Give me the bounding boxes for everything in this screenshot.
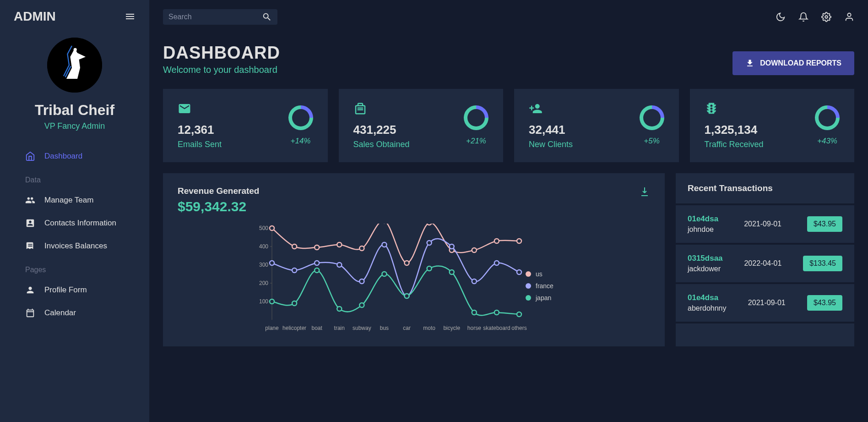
svg-text:car: car (403, 325, 411, 331)
transaction-row: 01e4dsa aberdohnny 2021-09-01 $43.95 (676, 284, 854, 323)
svg-point-54 (315, 268, 319, 273)
profile-name: Tribal Cheif (9, 102, 140, 119)
search-input[interactable] (168, 13, 262, 21)
svg-point-57 (382, 272, 386, 276)
sidebar-item-invoices[interactable]: Invoices Balances (0, 235, 149, 258)
stat-card: 431,225 Sales Obtained +21% (339, 89, 504, 162)
stat-card: 12,361 Emails Sent +14% (163, 89, 328, 162)
svg-point-61 (472, 310, 477, 315)
svg-point-44 (359, 279, 364, 284)
svg-point-47 (427, 241, 432, 245)
sidebar-item-manage-team[interactable]: Manage Team (0, 189, 149, 212)
svg-point-40 (270, 261, 274, 265)
transaction-date: 2021-09-01 (748, 299, 786, 307)
sidebar-item-calendar[interactable]: Calendar (0, 301, 149, 324)
contacts-icon (25, 218, 35, 228)
main-content: DASHBOARD Welcome to your dashboard DOWN… (149, 0, 868, 422)
transaction-cost: $43.95 (807, 216, 842, 232)
svg-text:france: france (536, 282, 553, 290)
calendar-icon (25, 308, 35, 318)
svg-rect-3 (357, 108, 363, 109)
transaction-cost: $133.45 (803, 256, 842, 271)
sidebar-item-label: Dashboard (44, 152, 82, 161)
svg-point-59 (427, 266, 432, 271)
stat-row: 12,361 Emails Sent +14% 431,225 Sales Ob… (163, 89, 854, 162)
svg-text:500: 500 (259, 225, 268, 231)
transaction-date: 2021-09-01 (744, 220, 781, 228)
theme-toggle-button[interactable] (776, 12, 786, 22)
svg-point-29 (292, 244, 297, 249)
stat-change: +21% (466, 137, 486, 146)
brand-label: ADMIN (14, 9, 56, 24)
sidebar-item-dashboard[interactable]: Dashboard (0, 145, 149, 168)
profile-role: VP Fancy Admin (9, 121, 140, 131)
page-header: DASHBOARD Welcome to your dashboard DOWN… (163, 43, 854, 75)
sidebar-item-profile-form[interactable]: Profile Form (0, 279, 149, 301)
stat-value: 431,225 (353, 123, 410, 137)
stat-card: 1,325,134 Traffic Received +43% (690, 89, 855, 162)
chart-amount: $59,342.32 (178, 199, 259, 214)
svg-point-50 (494, 261, 499, 265)
gear-icon (821, 12, 831, 22)
menu-toggle-button[interactable] (125, 11, 136, 22)
transaction-row: 0315dsaa jackdower 2022-04-01 $133.45 (676, 245, 854, 284)
avatar (47, 38, 102, 93)
progress-ring (815, 105, 840, 130)
profile-block: Tribal Cheif VP Fancy Admin (0, 33, 149, 145)
progress-ring (288, 105, 313, 130)
notifications-button[interactable] (798, 12, 808, 22)
nav-group-data: Data (0, 168, 149, 189)
transaction-id: 0315dsaa (688, 254, 723, 263)
topbar (163, 9, 854, 25)
receipt-icon (25, 241, 35, 251)
person-icon (25, 285, 35, 295)
search-wrap (163, 9, 277, 25)
transaction-user: johndoe (688, 225, 718, 234)
sidebar-item-contacts[interactable]: Contacts Information (0, 212, 149, 235)
home-icon (25, 151, 35, 161)
person_add-icon (529, 102, 573, 115)
stat-card: 32,441 New Clients +5% (514, 89, 679, 162)
sidebar: ADMIN Tribal Cheif VP Fancy Admin Dashbo… (0, 0, 149, 422)
svg-text:us: us (536, 270, 542, 278)
svg-point-58 (405, 294, 409, 298)
svg-point-63 (517, 312, 521, 317)
svg-point-32 (359, 246, 364, 251)
transaction-row: 01e4dsa johndoe 2021-09-01 $43.95 (676, 205, 854, 245)
settings-button[interactable] (821, 12, 831, 22)
svg-text:boat: boat (312, 325, 323, 331)
sidebar-item-label: Contacts Information (44, 219, 116, 228)
stat-label: Emails Sent (178, 140, 222, 149)
transactions-title: Recent Transactions (688, 183, 842, 193)
svg-point-53 (292, 301, 297, 306)
svg-point-45 (382, 242, 386, 247)
stat-change: +14% (291, 137, 311, 146)
svg-point-56 (359, 303, 364, 307)
download-reports-button[interactable]: DOWNLOAD REPORTS (732, 51, 854, 75)
progress-ring (640, 105, 664, 130)
svg-rect-4 (357, 109, 363, 110)
svg-point-52 (270, 299, 274, 304)
svg-point-43 (337, 263, 342, 267)
svg-text:bicycle: bicycle (443, 325, 460, 331)
svg-point-60 (450, 270, 454, 274)
svg-point-28 (270, 226, 274, 230)
sidebar-item-label: Profile Form (44, 285, 87, 295)
stat-label: Sales Obtained (353, 140, 410, 149)
svg-text:100: 100 (259, 298, 268, 305)
stat-value: 1,325,134 (705, 123, 764, 137)
transaction-id: 01e4dsa (688, 214, 718, 224)
traffic-icon (705, 102, 764, 115)
search-icon[interactable] (262, 12, 272, 22)
svg-point-68 (526, 295, 531, 301)
people-icon (25, 195, 35, 205)
account-button[interactable] (844, 12, 854, 22)
svg-point-42 (315, 261, 319, 265)
chart-download-button[interactable] (639, 186, 650, 197)
svg-point-64 (526, 271, 531, 277)
transaction-user: jackdower (688, 265, 723, 273)
svg-point-49 (472, 279, 477, 284)
svg-text:300: 300 (259, 262, 268, 268)
svg-point-66 (526, 283, 531, 289)
transaction-id: 01e4dsa (688, 293, 727, 302)
